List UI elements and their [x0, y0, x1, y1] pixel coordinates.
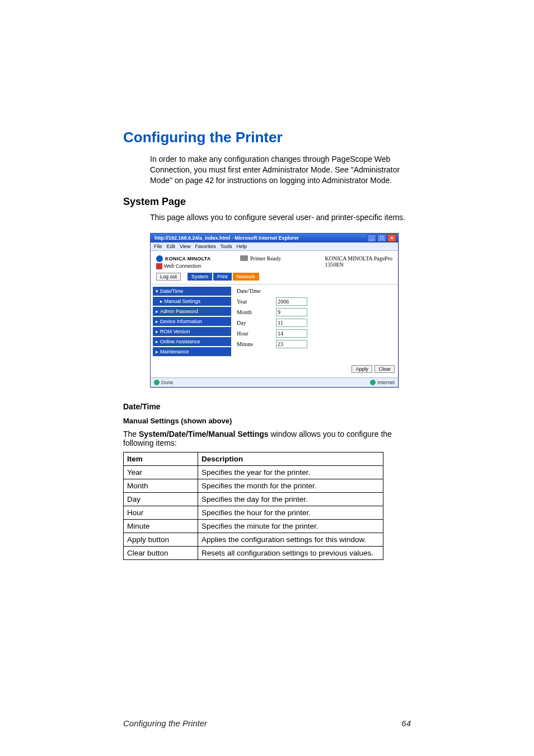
- header-description: Description: [198, 452, 383, 465]
- table-row: YearSpecifies the year for the printer.: [124, 465, 383, 479]
- menu-file[interactable]: File: [154, 244, 162, 249]
- internet-zone-icon: [370, 380, 376, 385]
- nav-maintenance-label: Maintenance: [160, 349, 189, 354]
- input-day[interactable]: [276, 319, 307, 327]
- nav-manual-settings[interactable]: ▸ Manual Settings: [153, 297, 231, 306]
- input-month[interactable]: [276, 308, 307, 316]
- manual-intro-prefix: The: [123, 430, 139, 438]
- nav-online-assistance-label: Online Assistance: [160, 339, 200, 344]
- status-done-text: Done: [161, 380, 174, 385]
- label-month: Month: [237, 309, 270, 315]
- cell-item: Clear button: [124, 546, 198, 559]
- security-zone: Internet: [370, 380, 395, 385]
- window-titlebar: http://192.168.6.24/a_index.html - Micro…: [151, 234, 398, 242]
- cell-desc: Specifies the minute for the printer.: [198, 519, 383, 533]
- description-table: Item Description YearSpecifies the year …: [123, 452, 383, 560]
- date-time-section: Date/Time Manual Settings (shown above) …: [123, 402, 411, 560]
- menu-edit[interactable]: Edit: [167, 244, 176, 249]
- cell-item: Hour: [124, 506, 198, 519]
- brand-primary-text: KONICA MINOLTA: [165, 256, 211, 262]
- manual-intro-bold: System/Date/Time/Manual Settings: [139, 430, 269, 438]
- menu-view[interactable]: View: [180, 244, 190, 249]
- brand-logo-icon: [156, 255, 163, 262]
- browser-window: http://192.168.6.24/a_index.html - Micro…: [150, 233, 399, 388]
- tab-print[interactable]: Print: [213, 273, 232, 281]
- header-item: Item: [124, 452, 198, 465]
- right-pane: Date/Time Year Month Day: [233, 284, 398, 360]
- browser-content: KONICA MINOLTA Web Connection Printer Re…: [151, 251, 398, 377]
- nav-date-time[interactable]: Date/Time: [153, 287, 231, 296]
- apply-button[interactable]: Apply: [352, 365, 372, 373]
- menu-tools[interactable]: Tools: [220, 244, 232, 249]
- menu-help[interactable]: Help: [236, 244, 247, 249]
- label-day: Day: [237, 320, 270, 326]
- brand-primary: KONICA MINOLTA: [156, 255, 240, 262]
- security-zone-text: Internet: [377, 380, 395, 385]
- label-minute: Minute: [237, 341, 270, 347]
- cell-item: Apply button: [124, 533, 198, 546]
- date-time-heading: Date/Time: [123, 402, 411, 411]
- cell-desc: Specifies the hour for the printer.: [198, 506, 383, 519]
- nav-maintenance[interactable]: Maintenance: [153, 347, 231, 356]
- panel-header: Date/Time: [237, 287, 395, 296]
- page-title: Configuring the Printer: [123, 129, 411, 146]
- system-page-intro: This page allows you to configure severa…: [150, 212, 411, 223]
- tab-network[interactable]: Network: [233, 273, 259, 281]
- done-icon: [154, 380, 160, 385]
- logout-button[interactable]: Log out: [156, 273, 181, 281]
- button-row: Apply Clear: [151, 360, 398, 377]
- nav-rom-version-label: ROM Version: [160, 329, 190, 334]
- row-hour: Hour: [237, 328, 395, 339]
- app-header: KONICA MINOLTA Web Connection Printer Re…: [151, 251, 398, 273]
- table-row: MinuteSpecifies the minute for the print…: [124, 519, 383, 533]
- nav-date-time-label: Date/Time: [160, 288, 183, 294]
- brand-secondary: Web Connection: [156, 263, 240, 269]
- cell-desc: Specifies the year for the printer.: [198, 465, 383, 479]
- tab-system[interactable]: System: [188, 273, 212, 281]
- cell-desc: Specifies the day for the printer.: [198, 492, 383, 506]
- printer-status-text: Printer Ready: [250, 255, 281, 262]
- table-row: DaySpecifies the day for the printer.: [124, 492, 383, 506]
- browser-menubar: File Edit View Favorites Tools Help: [151, 242, 398, 251]
- menu-favorites[interactable]: Favorites: [195, 244, 216, 249]
- input-year[interactable]: [276, 297, 307, 306]
- row-day: Day: [237, 318, 395, 328]
- cell-desc: Resets all configuration settings to pre…: [198, 546, 383, 559]
- clear-button[interactable]: Clear: [374, 365, 395, 373]
- pagescope-icon: [156, 263, 162, 269]
- cell-desc: Applies the configuration settings for t…: [198, 533, 383, 546]
- nav-admin-password[interactable]: Admin Password: [153, 307, 231, 316]
- table-row: MonthSpecifies the month for the printer…: [124, 479, 383, 492]
- brand-secondary-text: Web Connection: [164, 263, 201, 269]
- printer-icon: [240, 255, 248, 261]
- maximize-button[interactable]: □: [377, 234, 386, 242]
- nav-device-information-label: Device Information: [160, 319, 202, 324]
- window-controls: _ □ ×: [367, 234, 396, 242]
- table-row: Clear buttonResets all configuration set…: [124, 546, 383, 559]
- main-tabs: System Print Network: [188, 273, 259, 281]
- input-minute[interactable]: [276, 340, 307, 348]
- controls-row: Log out System Print Network: [151, 273, 398, 284]
- nav-rom-version[interactable]: ROM Version: [153, 327, 231, 336]
- document-page: Configuring the Printer In order to make…: [0, 0, 534, 756]
- nav-device-information[interactable]: Device Information: [153, 317, 231, 326]
- row-month: Month: [237, 307, 395, 318]
- nav-admin-password-label: Admin Password: [160, 309, 198, 314]
- manual-settings-intro: The System/Date/Time/Manual Settings win…: [123, 430, 411, 447]
- page-footer: Configuring the Printer 64: [123, 718, 411, 728]
- product-name-line1: KONICA MINOLTA PagePro: [325, 255, 393, 262]
- status-done: Done: [154, 380, 174, 385]
- label-year: Year: [237, 298, 270, 305]
- cell-item: Month: [124, 479, 198, 492]
- cell-item: Year: [124, 465, 198, 479]
- cell-item: Day: [124, 492, 198, 506]
- input-hour[interactable]: [276, 329, 307, 338]
- nav-online-assistance[interactable]: Online Assistance: [153, 337, 231, 346]
- cell-item: Minute: [124, 519, 198, 533]
- row-year: Year: [237, 296, 395, 307]
- browser-statusbar: Done Internet: [151, 377, 398, 387]
- minimize-button[interactable]: _: [367, 234, 376, 242]
- window-title-text: http://192.168.6.24/a_index.html - Micro…: [152, 235, 367, 241]
- close-button[interactable]: ×: [387, 234, 396, 242]
- left-nav: Date/Time ▸ Manual Settings Admin Passwo…: [151, 284, 233, 360]
